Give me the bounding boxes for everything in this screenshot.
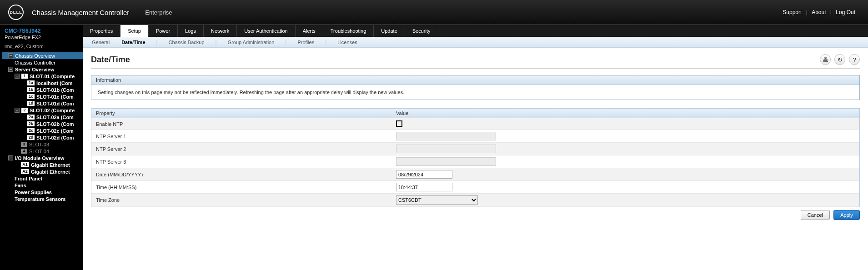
- dell-logo-icon: DELL: [8, 5, 24, 20]
- row-ntp2: NTP Server 2: [91, 143, 859, 155]
- tree-label: SLOT-02b (Com: [36, 121, 74, 127]
- subtab-general[interactable]: General: [91, 40, 110, 45]
- print-button[interactable]: 🖶: [820, 54, 831, 65]
- apply-button[interactable]: Apply: [833, 210, 860, 220]
- tree-label: Gigabit Ethernet: [31, 162, 70, 168]
- tree-slot-02d[interactable]: 2dSLOT-02d (Com: [2, 134, 83, 141]
- tree-io-a2[interactable]: A2Gigabit Ethernet: [2, 168, 83, 175]
- tree-slot-02b[interactable]: 2bSLOT-02b (Com: [2, 120, 83, 127]
- tree-label: SLOT-02d (Com: [36, 135, 74, 140]
- subtab-group-admin[interactable]: Group Administration: [227, 40, 276, 45]
- system-id: CMC-7S6J942: [0, 27, 83, 34]
- tree-label: SLOT-01d (Com: [36, 101, 74, 106]
- tree-slot-04[interactable]: 4SLOT-04: [2, 148, 83, 155]
- printer-icon: 🖶: [823, 56, 828, 63]
- logout-link[interactable]: Log Out: [836, 9, 855, 15]
- slot-number: 3: [21, 142, 27, 147]
- tree-label: Temperature Sensors: [15, 196, 65, 202]
- time-input[interactable]: [396, 183, 452, 191]
- tab-troubleshooting[interactable]: Troubleshooting: [323, 25, 374, 37]
- tree-label: SLOT-01b (Com: [36, 87, 74, 93]
- collapse-icon[interactable]: –: [15, 108, 20, 113]
- col-value: Value: [391, 109, 859, 118]
- refresh-icon: ↻: [838, 56, 843, 63]
- collapse-icon[interactable]: –: [8, 53, 13, 58]
- prop-label: NTP Server 3: [91, 157, 391, 166]
- collapse-icon[interactable]: –: [8, 155, 13, 160]
- context-label: Enterprise: [145, 9, 172, 16]
- tree-label: SLOT-03: [29, 142, 49, 147]
- tree-fans[interactable]: Fans: [2, 182, 83, 189]
- prop-label: Enable NTP: [91, 120, 391, 129]
- tree-front-panel[interactable]: Front Panel: [2, 175, 83, 182]
- ntp-server-1-input[interactable]: [396, 132, 496, 140]
- tab-power[interactable]: Power: [149, 25, 178, 37]
- tree-server-overview[interactable]: – Server Overview: [2, 66, 83, 73]
- tree-slot-01b[interactable]: 1bSLOT-01b (Com: [2, 86, 83, 93]
- tree-chassis-overview[interactable]: – Chassis Overview: [2, 52, 83, 59]
- tree-slot-01c[interactable]: 1cSLOT-01c (Com: [2, 93, 83, 100]
- tab-alerts[interactable]: Alerts: [296, 25, 323, 37]
- tab-security[interactable]: Security: [405, 25, 438, 37]
- tab-setup[interactable]: Setup: [120, 25, 149, 37]
- timezone-select[interactable]: CST6CDT: [396, 195, 478, 205]
- tree-chassis-controller[interactable]: Chassis Controller: [2, 59, 83, 66]
- support-link[interactable]: Support: [783, 9, 802, 15]
- tree-label: Server Overview: [15, 67, 54, 72]
- secondary-tabs: General Date/Time| Chassis Backup| Group…: [83, 37, 868, 48]
- tree-slot-01a[interactable]: 1alocalhost (Com: [2, 80, 83, 86]
- tab-network[interactable]: Network: [204, 25, 237, 37]
- sidebar: CMC-7S6J942 PowerEdge FX2 lmc_e22, Custo…: [0, 25, 83, 270]
- cancel-button[interactable]: Cancel: [801, 210, 830, 220]
- help-button[interactable]: ?: [849, 54, 860, 65]
- tab-user-auth[interactable]: User Authentication: [237, 25, 295, 37]
- subslot-id: 2c: [27, 128, 35, 133]
- io-id: A1: [21, 162, 29, 167]
- tab-properties[interactable]: Properties: [83, 25, 120, 37]
- collapse-icon[interactable]: –: [15, 74, 20, 79]
- top-right-links: Support | About | Log Out: [781, 9, 857, 15]
- subtab-chassis-backup[interactable]: Chassis Backup: [168, 40, 206, 45]
- slot-number: 1: [21, 74, 28, 79]
- content-area: Date/Time 🖶 ↻ ? Information Setting chan…: [83, 48, 868, 226]
- tree-label: SLOT-01 (Compute: [30, 74, 75, 79]
- enable-ntp-checkbox[interactable]: [396, 120, 402, 127]
- refresh-button[interactable]: ↻: [834, 54, 845, 65]
- tree-slot-03[interactable]: 3SLOT-03: [2, 141, 83, 148]
- date-input[interactable]: [396, 170, 452, 179]
- subtab-licenses[interactable]: Licenses: [336, 40, 358, 45]
- tree-io-overview[interactable]: –I/O Module Overview: [2, 155, 83, 161]
- tree-slot-02[interactable]: – 2 SLOT-02 (Compute: [2, 107, 83, 114]
- tab-update[interactable]: Update: [374, 25, 405, 37]
- tree-label: localhost (Com: [36, 80, 72, 86]
- help-icon: ?: [853, 56, 856, 63]
- tree-slot-01d[interactable]: 1dSLOT-01d (Com: [2, 100, 83, 107]
- tree-slot-02a[interactable]: 2aSLOT-02a (Com: [2, 114, 83, 120]
- app-title: Chassis Management Controller: [32, 9, 129, 16]
- tree-io-a1[interactable]: A1Gigabit Ethernet: [2, 161, 83, 168]
- subtab-datetime[interactable]: Date/Time: [120, 40, 146, 45]
- subtab-profiles[interactable]: Profiles: [296, 40, 315, 45]
- property-table: Property Value Enable NTP NTP Server 1 N…: [91, 108, 860, 207]
- tree-label: Front Panel: [15, 176, 42, 181]
- tree-power-supplies[interactable]: Power Supplies: [2, 189, 83, 195]
- subslot-id: 2b: [27, 121, 35, 126]
- tree-label: SLOT-02c (Com: [36, 128, 74, 134]
- prop-label: Time Zone: [91, 195, 391, 205]
- slot-number: 4: [21, 149, 27, 154]
- tree-slot-02c[interactable]: 2cSLOT-02c (Com: [2, 127, 83, 134]
- tree-slot-01[interactable]: – 1 SLOT-01 (Compute: [2, 73, 83, 80]
- tree-label: SLOT-04: [29, 149, 49, 154]
- tree-label: Fans: [15, 183, 26, 188]
- prop-label: Time (HH:MM:SS): [91, 183, 391, 192]
- tree-temp-sensors[interactable]: Temperature Sensors: [2, 195, 83, 202]
- page-title: Date/Time: [91, 55, 130, 65]
- row-ntp1: NTP Server 1: [91, 130, 859, 143]
- top-bar: DELL Chassis Management Controller Enter…: [0, 0, 868, 25]
- ntp-server-2-input[interactable]: [396, 145, 496, 153]
- tab-logs[interactable]: Logs: [178, 25, 204, 37]
- ntp-server-3-input[interactable]: [396, 157, 496, 166]
- nav-tree: – Chassis Overview Chassis Controller – …: [0, 52, 83, 202]
- about-link[interactable]: About: [812, 9, 826, 15]
- collapse-icon[interactable]: –: [8, 67, 13, 72]
